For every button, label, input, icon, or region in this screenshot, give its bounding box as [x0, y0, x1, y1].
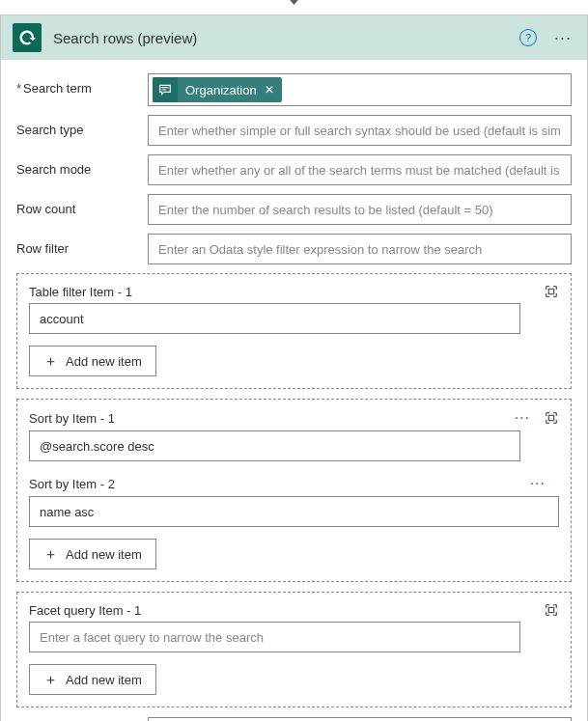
facet-query-item-1-label: Facet query Item - 1 [29, 603, 141, 618]
token-remove-icon[interactable]: ✕ [265, 83, 282, 97]
svg-marker-0 [289, 0, 300, 5]
sort-by-item-2-label: Sort by Item - 2 [29, 477, 115, 491]
label-search-type: Search type [16, 115, 148, 137]
card-title: Search rows (preview) [53, 30, 519, 46]
add-new-item-button[interactable]: ＋Add new item [29, 664, 156, 695]
group-table-filter: Table filter Item - 1 ＋Add new item [16, 273, 572, 389]
focus-mode-icon[interactable] [544, 410, 559, 426]
focus-mode-icon[interactable] [544, 602, 559, 618]
search-mode-input[interactable] [148, 154, 572, 185]
group-sort-by: Sort by Item - 1 ··· Sort by Item - 2 ··… [16, 399, 572, 582]
table-filter-item-1-label: Table filter Item - 1 [29, 285, 132, 299]
message-icon [153, 77, 178, 102]
plus-icon: ＋ [43, 545, 58, 564]
label-search-mode: Search mode [16, 154, 148, 177]
label-search-term: *Search term [16, 73, 148, 96]
sort-by-item-1-label: Sort by Item - 1 [29, 411, 115, 426]
label-skip-rows: Skip rows [16, 717, 148, 721]
group-facet-query: Facet query Item - 1 ＋Add new item [16, 592, 572, 707]
card-header[interactable]: Search rows (preview) ? ··· [1, 15, 587, 60]
facet-query-item-1-input[interactable] [29, 622, 520, 652]
table-filter-item-1-input[interactable] [29, 303, 520, 334]
focus-mode-icon[interactable] [544, 284, 559, 299]
field-search-type: Search type [16, 115, 572, 146]
sort-by-item-1-input[interactable] [29, 430, 520, 461]
search-type-input[interactable] [148, 115, 572, 146]
card-body: *Search term Organization ✕ Search type [1, 60, 587, 721]
field-row-count: Row count [16, 194, 572, 225]
item-more-icon[interactable]: ··· [528, 475, 547, 492]
item-more-icon[interactable]: ··· [513, 409, 532, 427]
more-icon[interactable]: ··· [550, 28, 575, 48]
search-term-input[interactable]: Organization ✕ [148, 73, 572, 106]
label-row-filter: Row filter [16, 234, 148, 256]
field-search-mode: Search mode [16, 154, 572, 185]
help-icon[interactable]: ? [519, 29, 537, 46]
token-label: Organization [178, 83, 265, 97]
connector-icon [13, 23, 42, 52]
field-search-term: *Search term Organization ✕ [16, 73, 572, 106]
add-new-item-button[interactable]: ＋Add new item [29, 539, 156, 569]
top-arrow-icon [0, 0, 588, 8]
skip-rows-input[interactable] [148, 717, 572, 721]
plus-icon: ＋ [43, 671, 58, 689]
field-skip-rows: Skip rows [16, 717, 572, 721]
action-card: Search rows (preview) ? ··· *Search term… [0, 14, 588, 721]
token-organization[interactable]: Organization ✕ [153, 77, 282, 102]
add-new-item-button[interactable]: ＋Add new item [29, 346, 156, 376]
sort-by-item-2-input[interactable] [29, 496, 559, 527]
label-row-count: Row count [16, 194, 148, 216]
field-row-filter: Row filter [16, 234, 572, 264]
row-filter-input[interactable] [148, 234, 572, 264]
row-count-input[interactable] [148, 194, 572, 225]
plus-icon: ＋ [43, 352, 58, 371]
